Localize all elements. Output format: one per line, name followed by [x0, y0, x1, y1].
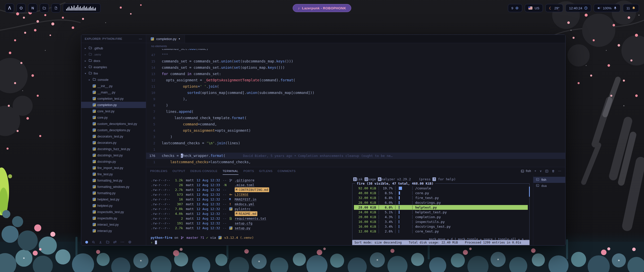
tree-item-decorators-py[interactable]: decorators.py — [81, 140, 146, 146]
module-notifications[interactable]: 11 — [623, 4, 639, 12]
separator: │ — [376, 186, 382, 191]
record-button[interactable] — [17, 4, 26, 13]
dua-row--console[interactable]: 92.00 KiB│19.7%││/console — [354, 186, 528, 191]
dua-scrollbar[interactable] — [529, 187, 530, 197]
panel-more-button[interactable]: ⋯ — [558, 169, 561, 173]
download-icon[interactable] — [99, 241, 102, 244]
panel-tab-problems[interactable]: PROBLEMS — [150, 167, 168, 175]
tree-item-examples[interactable]: ▸examples — [81, 64, 146, 70]
settings-gear-icon[interactable] — [128, 240, 132, 244]
tree-item-console[interactable]: ▸console — [81, 77, 146, 83]
folder-icon — [89, 52, 92, 57]
launcher-button[interactable]: Λ — [5, 4, 14, 13]
file-name: MANIFEST.in — [235, 197, 256, 202]
tree-item-core-test-py[interactable]: core_test.py — [81, 108, 146, 114]
panel-tab-output[interactable]: OUTPUT — [173, 167, 185, 175]
git-status: -- — [223, 211, 229, 216]
panel-tab-gitlens[interactable]: GITLENS — [259, 167, 272, 175]
tree-item-interact-test-py[interactable]: interact_test.py — [81, 221, 146, 228]
search-icon[interactable] — [92, 241, 95, 244]
folder-icon — [43, 6, 46, 10]
tree-item-custom-descriptions-py[interactable]: custom_descriptions.py — [81, 127, 146, 133]
tree-item-interact-py[interactable]: interact.py — [81, 228, 146, 234]
tree-item-completion-py[interactable]: completion.py — [81, 102, 146, 108]
tree-item-label: docstrings_fuzz_test.py — [97, 147, 130, 151]
folder-icon[interactable] — [106, 240, 109, 244]
dua-row-helptext-py[interactable]: 28.00 KiB│6.0%││helptext.py — [354, 205, 528, 210]
n-widget-button[interactable]: N — [28, 4, 37, 13]
tree-item-fire[interactable]: ▾fire — [81, 70, 146, 77]
code-line: 9 ), — [146, 96, 565, 102]
dua-row-inspectutils-py[interactable]: 16.00 KiB│3.4%││inspectutils.py — [354, 219, 528, 224]
more-icon[interactable]: ⋯ — [120, 240, 124, 244]
dua-bar — [398, 200, 410, 205]
tree-item--venv[interactable]: ▸.venv — [81, 51, 146, 58]
breadcrumb[interactable]: no elements — [146, 43, 565, 49]
dua-row-core-test-py[interactable]: 12.00 KiB│2.6%││core_test.py — [354, 229, 528, 234]
panel-tab-terminal[interactable]: TERMINAL — [223, 167, 238, 175]
panel-tab-debug-console[interactable]: DEBUG CONSOLE — [190, 167, 218, 175]
sync-icon[interactable]: ⇄ — [113, 240, 116, 244]
tree-item--init-py[interactable]: __init__.py — [81, 83, 146, 89]
separator: │ — [376, 229, 382, 234]
module-clock[interactable]: 12:40:24 — [566, 4, 591, 12]
file-size: 4.0k — [172, 211, 183, 216]
module-keyboard-layout[interactable]: US — [525, 4, 543, 12]
tree-item-helptext-py[interactable]: helptext.py — [81, 202, 146, 209]
tree-item-formatting-py[interactable]: formatting.py — [81, 190, 146, 196]
tree-item-custom-descriptions-test-py[interactable]: custom_descriptions_test.py — [81, 121, 146, 127]
terminal[interactable]: .rw-r--r--1.2kmatt12 Aug 12:32--.gitigno… — [146, 175, 350, 246]
dua-row-fire-test-py[interactable]: 32.00 KiB│6.8%││fire_test.py — [354, 195, 528, 200]
tree-item--github[interactable]: ▸.github — [81, 45, 146, 51]
tree-item-docs[interactable]: ▸docs — [81, 58, 146, 64]
tree-item-docstrings-py[interactable]: docstrings.py — [81, 158, 146, 165]
dua-hotkey: ? — [432, 177, 436, 181]
panel-tab-ports[interactable]: PORTS — [244, 167, 254, 175]
tree-item-fire-test-py[interactable]: fire_test.py — [81, 171, 146, 177]
files-button[interactable] — [40, 4, 49, 13]
tree-item-formatting-windows-py[interactable]: formatting_windows.py — [81, 184, 146, 190]
terminal-profile-label[interactable]: fish — [521, 169, 531, 173]
now-playing-pill[interactable]: ♪ Lazerpunk - ROBOPHONK — [293, 4, 351, 12]
tree-item-completion-test-py[interactable]: completion_test.py — [81, 95, 146, 102]
dua-row-helptext-test-py[interactable]: 24.00 KiB│5.1%││helptext_test.py — [354, 210, 528, 215]
tree-item-core-py[interactable]: core.py — [81, 114, 146, 121]
new-terminal-button[interactable]: + — [534, 169, 536, 173]
tree-item-formatting-test-py[interactable]: formatting_test.py — [81, 177, 146, 184]
tree-item-label: helptext_test.py — [97, 198, 119, 201]
file-size: 2.7k — [172, 187, 183, 192]
panel-tab-comments[interactable]: COMMENTS — [278, 167, 296, 175]
tree-item-inspectutils-test-py[interactable]: inspectutils_test.py — [81, 209, 146, 215]
notes-button[interactable] — [51, 4, 60, 13]
kill-terminal-button[interactable] — [552, 169, 555, 173]
dua-row-core-py[interactable]: 40.00 KiB│8.5%││core.py — [354, 191, 528, 195]
shell-input-line[interactable]: › — [151, 240, 350, 245]
tree-item-docstrings-test-py[interactable]: docstrings_test.py — [81, 152, 146, 158]
audio-visualizer-widget[interactable] — [63, 4, 101, 13]
tree-item-fire-import-test-py[interactable]: fire_import_test.py — [81, 165, 146, 171]
tree-item-docstrings-fuzz-test-py[interactable]: docstrings_fuzz_test.py — [81, 146, 146, 152]
tree-item--main-py[interactable]: __main__.py — [81, 89, 146, 95]
dua-row-docstrings-py[interactable]: 28.00 KiB│6.0%││docstrings.py — [354, 200, 528, 205]
tab-completion-py[interactable]: completion.py ● — [146, 35, 185, 43]
code-editor[interactable]: commands_set.add(name)47"""15commands_se… — [146, 49, 565, 167]
tree-item-inspectutils-py[interactable]: inspectutils.py — [81, 215, 146, 221]
dua-bar-fill — [399, 215, 399, 219]
dua-disk-analyzer[interactable]: Disk Usage Analyzer v2.29.2 (press ? for… — [350, 175, 533, 246]
terminal-profile-dropdown[interactable]: ∨ — [540, 169, 542, 173]
module-updates[interactable]: 9 — [508, 4, 522, 12]
module-weather[interactable]: ☾29° — [545, 4, 563, 12]
remote-indicator[interactable] — [85, 241, 88, 244]
dua-size: 32.00 KiB — [354, 195, 376, 200]
module-audio[interactable]: 100% — [594, 4, 620, 12]
explorer-more-button[interactable]: ⋯ — [139, 37, 142, 41]
terminal-session-dua[interactable]: dua — [533, 183, 565, 189]
tree-item-helptext-test-py[interactable]: helptext_test.py — [81, 196, 146, 202]
dua-row-completion-py[interactable]: 20.00 KiB│4.3%││completion.py — [354, 215, 528, 219]
file-tree[interactable]: ▸.github▸.venv▸docs▸examples▾fire▸consol… — [81, 43, 146, 239]
terminal-session-fish[interactable]: fish — [533, 177, 565, 183]
split-terminal-button[interactable] — [545, 169, 548, 173]
dua-row-docstrings-test-py[interactable]: 16.00 KiB│3.4%││docstrings_test.py — [354, 224, 528, 229]
tree-item-decorators-test-py[interactable]: decorators_test.py — [81, 133, 146, 140]
file-size: 2 — [172, 216, 183, 221]
